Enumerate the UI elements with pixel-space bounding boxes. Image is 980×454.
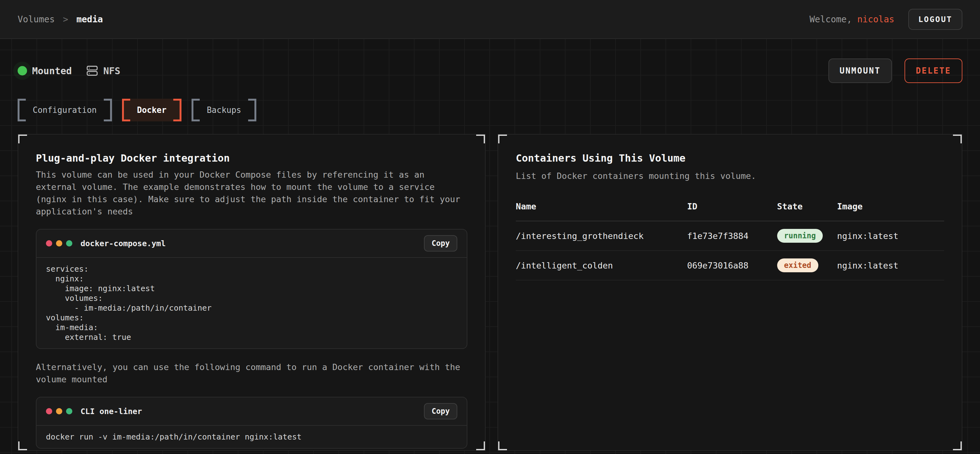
corner-mark-icon: [953, 134, 963, 143]
corner-mark-icon: [498, 441, 507, 451]
cli-filename: CLI one-liner: [81, 407, 142, 416]
cli-code-block: CLI one-liner Copy docker run -v im-medi…: [36, 397, 467, 449]
mounted-label: Mounted: [32, 65, 72, 76]
corner-mark-icon: [476, 134, 485, 143]
table-header-row: Name ID State Image: [516, 202, 944, 221]
green-dot-icon: [66, 408, 72, 414]
containers-table: Name ID State Image /interesting_grothen…: [516, 202, 944, 281]
mount-status: Mounted: [18, 65, 72, 76]
amber-dot-icon: [56, 240, 62, 246]
copy-cli-button[interactable]: Copy: [424, 403, 457, 419]
containers-panel-title: Containers Using This Volume: [516, 152, 944, 164]
red-dot-icon: [46, 240, 52, 246]
column-header-image: Image: [837, 202, 944, 211]
corner-mark-icon: [953, 441, 963, 451]
corner-mark-icon: [476, 441, 485, 451]
green-dot-icon: [66, 240, 72, 246]
corner-mark-icon: [18, 441, 27, 451]
container-id: 069e73016a88: [687, 260, 777, 270]
volume-type: NFS: [86, 65, 120, 77]
state-badge: running: [777, 229, 823, 243]
containers-panel-subtitle: List of Docker containers mounting this …: [516, 171, 944, 181]
corner-mark-icon: [498, 134, 507, 143]
column-header-state: State: [777, 202, 837, 211]
username: nicolas: [858, 14, 894, 24]
breadcrumb: Volumes > media: [18, 14, 103, 24]
copy-compose-button[interactable]: Copy: [424, 235, 457, 251]
container-name: /intelligent_colden: [516, 260, 687, 270]
window-dots: [46, 408, 72, 414]
logout-button[interactable]: LOGOUT: [908, 9, 963, 30]
mounted-status-dot-icon: [18, 66, 27, 75]
window-dots: [46, 240, 72, 246]
column-header-name: Name: [516, 202, 687, 211]
tab-backups[interactable]: Backups: [191, 99, 256, 121]
chevron-right-icon: >: [63, 14, 68, 24]
main-content: Mounted NFS UNMOUNT DELETE Configuration…: [0, 59, 980, 451]
tab-configuration[interactable]: Configuration: [18, 99, 112, 121]
server-icon: [86, 65, 98, 77]
tab-bar: Configuration Docker Backups: [18, 99, 963, 121]
tab-docker[interactable]: Docker: [122, 99, 182, 121]
docker-panel-description: This volume can be used in your Docker C…: [36, 168, 467, 217]
cli-intro-text: Alternatively, you can use the following…: [36, 361, 467, 386]
column-header-id: ID: [687, 202, 777, 211]
welcome-text: Welcome, nicolas: [810, 14, 894, 24]
amber-dot-icon: [56, 408, 62, 414]
corner-mark-icon: [18, 134, 27, 143]
cli-code: docker run -v im-media:/path/in/containe…: [46, 432, 457, 442]
table-row: /intelligent_colden 069e73016a88 exited …: [516, 251, 944, 281]
compose-code: services: nginx: image: nginx:latest vol…: [46, 264, 457, 342]
delete-button[interactable]: DELETE: [905, 59, 963, 83]
container-id: f1e73e7f3884: [687, 231, 777, 241]
red-dot-icon: [46, 408, 52, 414]
containers-panel: Containers Using This Volume List of Doc…: [498, 134, 963, 451]
breadcrumb-volumes-link[interactable]: Volumes: [18, 14, 55, 24]
top-bar: Volumes > media Welcome, nicolas LOGOUT: [0, 0, 980, 39]
breadcrumb-current: media: [76, 14, 103, 24]
nfs-label: NFS: [103, 65, 120, 76]
compose-code-block: docker-compose.yml Copy services: nginx:…: [36, 229, 467, 349]
unmount-button[interactable]: UNMOUNT: [829, 59, 892, 83]
table-row: /interesting_grothendieck f1e73e7f3884 r…: [516, 221, 944, 251]
docker-integration-panel: Plug-and-play Docker integration This vo…: [18, 134, 485, 451]
container-name: /interesting_grothendieck: [516, 231, 687, 241]
state-badge: exited: [777, 259, 818, 272]
compose-filename: docker-compose.yml: [81, 239, 166, 248]
container-image: nginx:latest: [837, 231, 944, 241]
container-image: nginx:latest: [837, 260, 944, 270]
docker-panel-title: Plug-and-play Docker integration: [36, 152, 467, 164]
status-row: Mounted NFS UNMOUNT DELETE: [18, 59, 963, 83]
